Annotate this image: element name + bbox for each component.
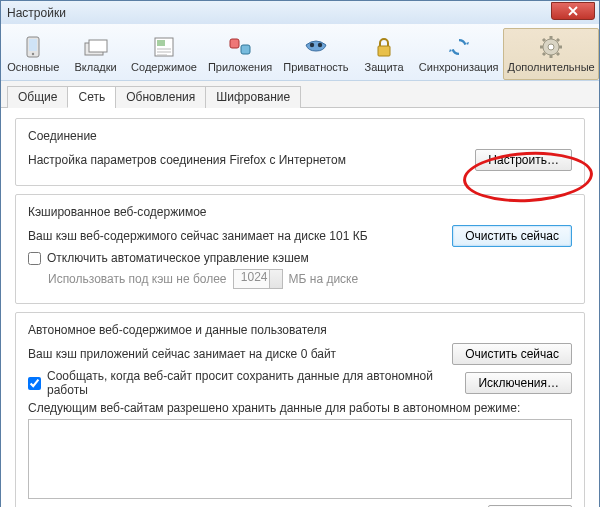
category-label: Содержимое	[131, 61, 197, 73]
category-applications[interactable]: Приложения	[202, 28, 277, 80]
category-label: Приватность	[283, 61, 348, 73]
category-content[interactable]: Содержимое	[126, 28, 203, 80]
category-general[interactable]: Основные	[1, 28, 66, 80]
svg-point-2	[32, 53, 34, 55]
close-button[interactable]	[551, 2, 595, 20]
category-label: Защита	[365, 61, 404, 73]
category-tabs[interactable]: Вкладки	[66, 28, 126, 80]
subtab-general[interactable]: Общие	[7, 86, 68, 108]
offline-exceptions-button[interactable]: Исключения…	[465, 372, 572, 394]
svg-point-13	[548, 44, 554, 50]
connection-settings-button[interactable]: Настроить…	[475, 149, 572, 171]
svg-rect-7	[230, 39, 239, 48]
category-label: Вкладки	[75, 61, 117, 73]
offline-allowed-label: Следующим веб-сайтам разрешено хранить д…	[28, 401, 572, 415]
cache-override-label: Отключить автоматическое управление кэше…	[47, 251, 309, 265]
svg-rect-8	[241, 45, 250, 54]
offline-sites-listbox[interactable]	[28, 419, 572, 499]
offline-clear-button[interactable]: Очистить сейчас	[452, 343, 572, 365]
cache-override-input[interactable]	[28, 252, 41, 265]
subtab-network[interactable]: Сеть	[67, 86, 116, 108]
general-icon	[19, 33, 47, 61]
category-label: Дополнительные	[508, 61, 595, 73]
offline-group: Автономное веб-содержимое и данные польз…	[15, 312, 585, 507]
category-toolbar: Основные Вкладки Содержимое Приложения П…	[1, 24, 599, 81]
window-title: Настройки	[7, 6, 66, 20]
subtab-bar: Общие Сеть Обновления Шифрование	[1, 81, 599, 108]
offline-notify-checkbox[interactable]: Сообщать, когда веб-сайт просит сохранит…	[28, 369, 455, 397]
category-label: Синхронизация	[419, 61, 499, 73]
subtab-updates[interactable]: Обновления	[115, 86, 206, 108]
connection-description: Настройка параметров соединения Firefox …	[28, 153, 346, 167]
cache-limit-prefix: Использовать под кэш не более	[48, 272, 227, 286]
category-advanced[interactable]: Дополнительные	[503, 28, 599, 80]
cache-group: Кэшированное веб-содержимое Ваш кэш веб-…	[15, 194, 585, 304]
svg-point-9	[310, 43, 314, 47]
offline-status: Ваш кэш приложений сейчас занимает на ди…	[28, 347, 336, 361]
cache-limit-input[interactable]: 1024	[233, 269, 283, 289]
gear-icon	[537, 33, 565, 61]
close-icon	[568, 6, 578, 16]
cache-limit-suffix: МБ на диске	[289, 272, 359, 286]
cache-status: Ваш кэш веб-содержимого сейчас занимает …	[28, 229, 368, 243]
tabs-icon	[82, 33, 110, 61]
cache-heading: Кэшированное веб-содержимое	[28, 205, 572, 219]
category-privacy[interactable]: Приватность	[278, 28, 354, 80]
subtab-encryption[interactable]: Шифрование	[205, 86, 301, 108]
category-sync[interactable]: Синхронизация	[414, 28, 503, 80]
lock-icon	[370, 33, 398, 61]
svg-rect-4	[89, 40, 107, 52]
offline-notify-input[interactable]	[28, 377, 41, 390]
connection-heading: Соединение	[28, 129, 572, 143]
cache-override-checkbox[interactable]: Отключить автоматическое управление кэше…	[28, 251, 309, 265]
offline-heading: Автономное веб-содержимое и данные польз…	[28, 323, 572, 337]
cache-clear-button[interactable]: Очистить сейчас	[452, 225, 572, 247]
svg-point-10	[318, 43, 322, 47]
svg-rect-6	[157, 40, 165, 46]
sync-icon	[445, 33, 473, 61]
category-label: Основные	[7, 61, 59, 73]
svg-rect-11	[378, 46, 390, 56]
svg-rect-1	[29, 39, 37, 51]
privacy-icon	[302, 33, 330, 61]
connection-group: Соединение Настройка параметров соединен…	[15, 118, 585, 186]
category-security[interactable]: Защита	[354, 28, 414, 80]
content-icon	[150, 33, 178, 61]
applications-icon	[226, 33, 254, 61]
category-label: Приложения	[208, 61, 272, 73]
offline-notify-label: Сообщать, когда веб-сайт просит сохранит…	[47, 369, 455, 397]
